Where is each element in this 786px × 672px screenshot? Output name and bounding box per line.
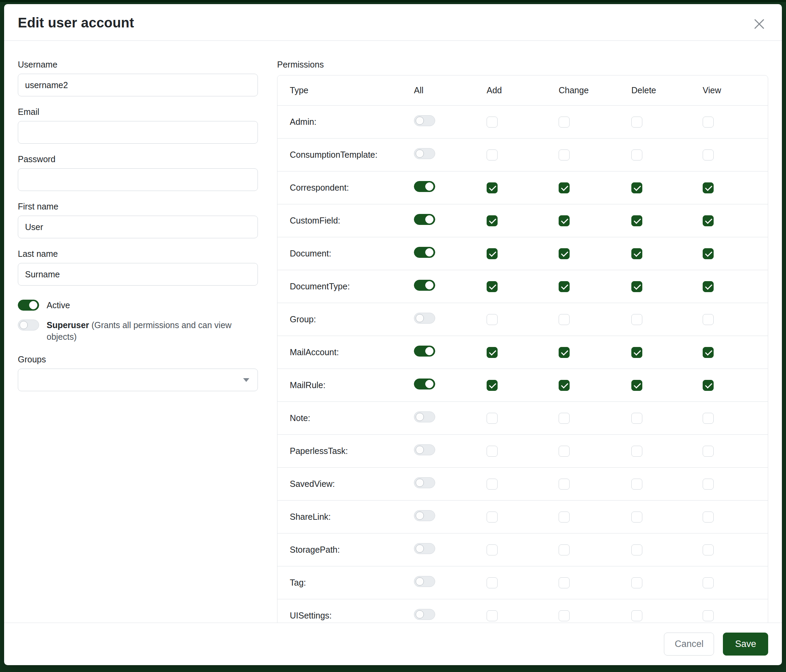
permission-change-checkbox[interactable] xyxy=(559,248,570,259)
permission-view-checkbox[interactable] xyxy=(703,182,714,193)
permission-all-toggle[interactable] xyxy=(414,411,435,422)
permission-all-toggle[interactable] xyxy=(414,510,435,521)
permission-all-toggle[interactable] xyxy=(414,148,435,159)
permission-all-toggle[interactable] xyxy=(414,345,435,356)
permission-delete-checkbox[interactable] xyxy=(631,215,642,226)
email-input[interactable] xyxy=(18,121,258,144)
permission-add-checkbox[interactable] xyxy=(487,446,498,457)
permission-add-checkbox[interactable] xyxy=(487,545,498,556)
active-label: Active xyxy=(47,299,70,311)
permission-all-toggle[interactable] xyxy=(414,609,435,620)
password-input[interactable] xyxy=(18,168,258,191)
permission-all-toggle[interactable] xyxy=(414,576,435,587)
permission-all-toggle[interactable] xyxy=(414,543,435,554)
permission-change-checkbox[interactable] xyxy=(559,512,570,523)
permission-view-checkbox[interactable] xyxy=(703,116,714,127)
permission-add-checkbox[interactable] xyxy=(487,116,498,127)
permission-view-checkbox[interactable] xyxy=(703,281,714,292)
permission-row: CustomField: xyxy=(277,204,768,237)
permission-view-checkbox[interactable] xyxy=(703,446,714,457)
permission-delete-checkbox[interactable] xyxy=(631,281,642,292)
permission-change-checkbox[interactable] xyxy=(559,182,570,193)
permission-delete-checkbox[interactable] xyxy=(631,149,642,160)
permission-all-toggle[interactable] xyxy=(414,214,435,225)
permission-change-checkbox[interactable] xyxy=(559,380,570,391)
permission-add-checkbox[interactable] xyxy=(487,610,498,621)
permission-view-checkbox[interactable] xyxy=(703,413,714,424)
permission-delete-checkbox[interactable] xyxy=(631,413,642,424)
permission-view-checkbox[interactable] xyxy=(703,479,714,490)
permission-delete-checkbox[interactable] xyxy=(631,347,642,358)
permission-add-checkbox[interactable] xyxy=(487,479,498,490)
permission-all-toggle[interactable] xyxy=(414,378,435,389)
username-input[interactable] xyxy=(18,74,258,96)
permission-add-checkbox[interactable] xyxy=(487,149,498,160)
permission-add-checkbox[interactable] xyxy=(487,182,498,193)
permission-add-checkbox[interactable] xyxy=(487,248,498,259)
permission-change-checkbox[interactable] xyxy=(559,347,570,358)
permission-delete-checkbox[interactable] xyxy=(631,610,642,621)
groups-select[interactable] xyxy=(18,369,258,391)
save-button[interactable]: Save xyxy=(723,633,768,656)
active-toggle[interactable] xyxy=(18,300,39,311)
permission-view-checkbox[interactable] xyxy=(703,314,714,325)
permission-delete-checkbox[interactable] xyxy=(631,545,642,556)
permission-all-toggle[interactable] xyxy=(414,181,435,192)
toggle-knob xyxy=(416,610,424,619)
permission-add-checkbox[interactable] xyxy=(487,512,498,523)
close-button[interactable] xyxy=(752,16,767,31)
permission-change-checkbox[interactable] xyxy=(559,577,570,588)
permission-view-checkbox[interactable] xyxy=(703,512,714,523)
permission-view-checkbox[interactable] xyxy=(703,610,714,621)
permission-change-checkbox[interactable] xyxy=(559,215,570,226)
superuser-toggle[interactable] xyxy=(18,320,39,331)
permission-change-checkbox[interactable] xyxy=(559,149,570,160)
permission-add-checkbox[interactable] xyxy=(487,347,498,358)
permission-delete-checkbox[interactable] xyxy=(631,577,642,588)
permission-all-toggle[interactable] xyxy=(414,444,435,455)
permission-change-checkbox[interactable] xyxy=(559,413,570,424)
permission-delete-checkbox[interactable] xyxy=(631,380,642,391)
permission-all-toggle[interactable] xyxy=(414,477,435,488)
permission-all-toggle[interactable] xyxy=(414,280,435,291)
permission-change-checkbox[interactable] xyxy=(559,479,570,490)
permission-change-checkbox[interactable] xyxy=(559,314,570,325)
permission-type-label: Note: xyxy=(277,402,409,435)
permission-view-checkbox[interactable] xyxy=(703,215,714,226)
permission-change-checkbox[interactable] xyxy=(559,281,570,292)
permission-all-toggle[interactable] xyxy=(414,313,435,323)
permission-all-toggle[interactable] xyxy=(414,115,435,126)
permission-add-checkbox[interactable] xyxy=(487,314,498,325)
permission-change-checkbox[interactable] xyxy=(559,610,570,621)
permission-view-checkbox[interactable] xyxy=(703,577,714,588)
permission-change-checkbox[interactable] xyxy=(559,116,570,127)
permission-delete-checkbox[interactable] xyxy=(631,512,642,523)
permission-row: Tag: xyxy=(277,567,768,599)
last-name-input[interactable] xyxy=(18,263,258,286)
permission-add-checkbox[interactable] xyxy=(487,577,498,588)
permission-add-checkbox[interactable] xyxy=(487,215,498,226)
first-name-input[interactable] xyxy=(18,216,258,238)
permission-view-checkbox[interactable] xyxy=(703,149,714,160)
permission-all-toggle[interactable] xyxy=(414,247,435,258)
permission-view-checkbox[interactable] xyxy=(703,347,714,358)
permission-delete-checkbox[interactable] xyxy=(631,446,642,457)
permission-delete-checkbox[interactable] xyxy=(631,479,642,490)
email-label: Email xyxy=(18,107,258,117)
permission-row: MailRule: xyxy=(277,369,768,402)
edit-user-modal: Edit user account Username Email Passwor… xyxy=(4,4,782,665)
permission-change-checkbox[interactable] xyxy=(559,545,570,556)
permission-change-checkbox[interactable] xyxy=(559,446,570,457)
permission-view-checkbox[interactable] xyxy=(703,248,714,259)
permission-add-checkbox[interactable] xyxy=(487,413,498,424)
permission-view-checkbox[interactable] xyxy=(703,380,714,391)
permission-delete-checkbox[interactable] xyxy=(631,248,642,259)
permission-delete-checkbox[interactable] xyxy=(631,314,642,325)
permission-delete-checkbox[interactable] xyxy=(631,182,642,193)
permission-delete-checkbox[interactable] xyxy=(631,116,642,127)
permission-add-checkbox[interactable] xyxy=(487,380,498,391)
permission-type-label: Correspondent: xyxy=(277,171,409,204)
permission-view-checkbox[interactable] xyxy=(703,545,714,556)
permission-add-checkbox[interactable] xyxy=(487,281,498,292)
cancel-button[interactable]: Cancel xyxy=(664,633,714,656)
